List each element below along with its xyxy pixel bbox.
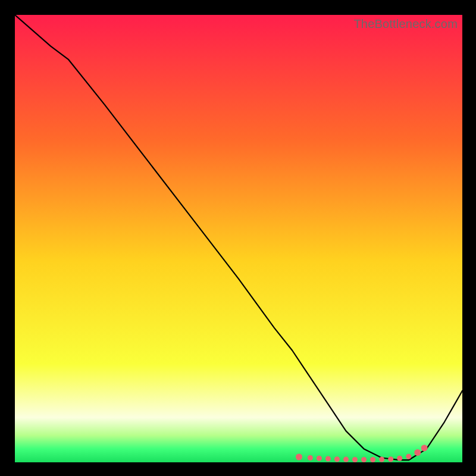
marker-dot bbox=[317, 456, 322, 461]
bottleneck-chart bbox=[15, 15, 462, 462]
marker-dot bbox=[397, 456, 402, 461]
marker-dot bbox=[343, 457, 349, 462]
marker-dot bbox=[361, 457, 367, 462]
marker-dot bbox=[370, 457, 375, 462]
marker-dot bbox=[352, 457, 358, 462]
marker-dot bbox=[334, 456, 340, 462]
marker-dot bbox=[296, 454, 302, 461]
chart-frame: TheBottleneck.com bbox=[15, 15, 462, 462]
marker-dot bbox=[421, 444, 428, 451]
marker-dot bbox=[388, 456, 393, 462]
marker-dot bbox=[308, 455, 313, 461]
marker-dot bbox=[379, 457, 384, 462]
gradient-bg bbox=[15, 15, 462, 462]
marker-dot bbox=[406, 454, 411, 459]
marker-dot bbox=[325, 456, 331, 462]
marker-dot bbox=[414, 449, 421, 456]
watermark-text: TheBottleneck.com bbox=[353, 17, 458, 31]
